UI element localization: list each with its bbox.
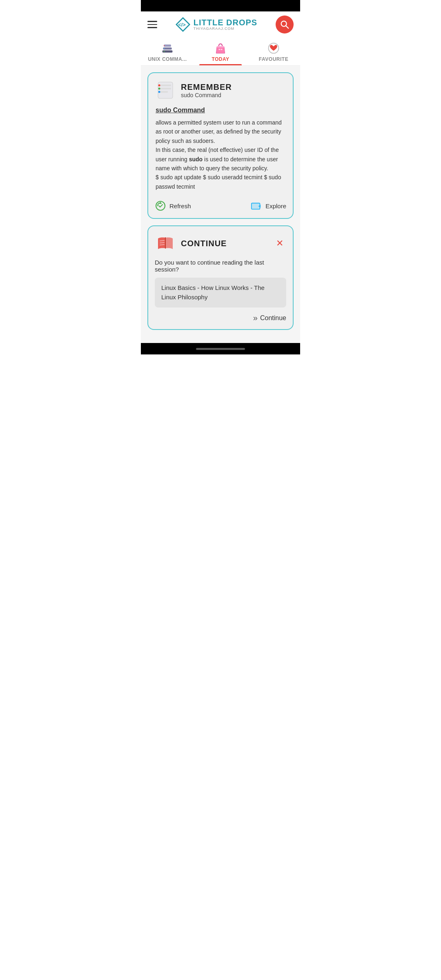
tab-unix-label: UNIX COMMA... [148,56,187,62]
remember-card-body: sudo Command allows a permitted system u… [155,107,286,191]
svg-rect-26 [165,237,166,249]
logo-title: LITTLE DROPS [194,18,257,27]
svg-text:</>: </> [178,22,185,28]
tab-unix[interactable]: UNIX COMMA... [141,38,194,65]
svg-line-28 [160,243,165,243]
continue-button[interactable]: » Continue [253,313,286,323]
continue-close-button[interactable]: ✕ [273,237,286,250]
tab-today-label: TODAY [212,56,229,62]
svg-rect-17 [160,91,168,93]
continue-card-title: CONTINUE [181,239,227,248]
unix-tab-icon [161,42,174,55]
svg-rect-12 [221,49,223,50]
continue-session-text: Linux Basics - How Linux Works - The Lin… [161,284,265,301]
continue-card-header: CONTINUE ✕ [155,233,286,254]
search-button[interactable] [276,16,294,33]
continue-card: CONTINUE ✕ Do you want to continue readi… [147,225,294,330]
favourite-tab-icon [267,42,280,55]
continue-session-box: Linux Basics - How Linux Works - The Lin… [155,278,286,307]
continue-book-icon [155,233,176,254]
logo-text: LITTLE DROPS THIYAGARAAJ.COM [194,18,257,31]
continue-prompt: Do you want to continue reading the last… [155,259,286,273]
logo: </> LITTLE DROPS THIYAGARAAJ.COM [176,17,257,32]
continue-action-area: » Continue [155,313,286,323]
close-icon: ✕ [276,238,283,249]
svg-point-18 [158,85,160,87]
explore-label: Explore [265,203,286,209]
remember-card-title: REMEMBER [181,82,232,92]
tab-favourite-label: FAVOURITE [259,56,288,62]
svg-point-8 [164,48,165,49]
remember-card-description: allows a permitted system user to run a … [156,118,285,191]
header: </> LITTLE DROPS THIYAGARAAJ.COM [141,11,300,38]
continue-arrows-icon: » [253,313,258,323]
tab-today[interactable]: TODAY [194,38,247,65]
svg-line-3 [286,26,289,29]
svg-point-7 [164,45,165,46]
remember-card: REMEMBER sudo Command sudo Command allow… [147,72,294,219]
svg-line-29 [160,245,165,245]
hamburger-menu[interactable] [147,21,157,28]
continue-card-left: CONTINUE [155,233,227,254]
nav-tabs: UNIX COMMA... TODAY [141,38,300,66]
svg-point-20 [158,91,160,93]
refresh-icon [155,200,166,212]
remember-card-topic: sudo Command [156,107,285,114]
refresh-label: Refresh [169,203,191,209]
svg-rect-16 [160,88,171,89]
svg-line-27 [160,241,165,241]
svg-rect-6 [164,45,171,47]
remember-card-subtitle: sudo Command [181,92,232,98]
remember-card-title-area: REMEMBER sudo Command [181,82,232,98]
explore-icon [251,200,262,212]
logo-icon: </> [176,17,190,32]
today-tab-icon [214,42,227,55]
tab-favourite[interactable]: FAVOURITE [247,38,300,65]
svg-rect-11 [219,49,220,50]
search-icon [279,19,290,30]
svg-point-9 [164,51,165,52]
logo-subtitle: THIYAGARAAJ.COM [194,27,257,31]
svg-point-19 [158,88,160,90]
svg-rect-10 [217,46,224,48]
remember-card-icon [155,80,176,101]
explore-button[interactable]: Explore [251,200,286,212]
continue-label: Continue [260,314,286,322]
refresh-button[interactable]: Refresh [155,200,191,212]
remember-card-header: REMEMBER sudo Command [155,80,286,101]
remember-card-actions: Refresh Explore [155,198,286,212]
home-indicator [196,348,245,350]
svg-rect-15 [160,85,171,86]
main-content: REMEMBER sudo Command sudo Command allow… [141,66,300,343]
